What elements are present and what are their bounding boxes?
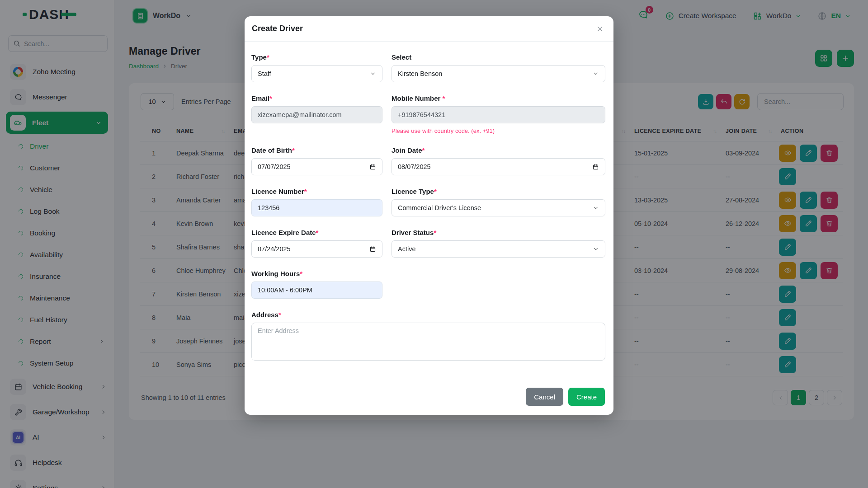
- field-error-text: Please use with country code. (ex. +91): [392, 127, 605, 134]
- email-field: Email*xizexamepa@mailinator.com: [251, 94, 382, 134]
- join-date-label: Join Date*: [392, 146, 605, 154]
- field-label-text: Licence Type: [392, 188, 434, 195]
- required-asterisk: *: [434, 188, 437, 195]
- chev-down-icon: [593, 70, 599, 77]
- close-button[interactable]: [595, 24, 605, 34]
- chev-down-icon: [370, 70, 376, 77]
- driver-select-select[interactable]: Kirsten Benson: [392, 65, 605, 82]
- input-value: 10:00AM - 6:00PM: [258, 286, 312, 294]
- chev-down-icon: [593, 246, 599, 252]
- select-value: Active: [398, 245, 416, 253]
- required-asterisk: *: [316, 229, 319, 236]
- field-label-text: Licence Number: [251, 188, 304, 195]
- driver-status-select[interactable]: Active: [392, 240, 605, 258]
- working-hours-label: Working Hours*: [251, 270, 382, 277]
- working-hours-input[interactable]: 10:00AM - 6:00PM: [251, 282, 382, 299]
- field-label-text: Working Hours: [251, 270, 300, 277]
- address-textarea[interactable]: Enter Address: [251, 323, 605, 361]
- address-label: Address*: [251, 311, 605, 319]
- required-asterisk: *: [300, 270, 302, 277]
- modal-footer: Cancel Create: [245, 388, 613, 415]
- field-label-text: Type: [251, 53, 267, 61]
- required-asterisk: *: [267, 53, 269, 61]
- join-date-input[interactable]: 08/07/2025: [392, 158, 605, 175]
- licence-number-label: Licence Number*: [251, 188, 382, 195]
- driver-status-field: Driver Status*Active: [392, 229, 605, 258]
- working-hours-field: Working Hours*10:00AM - 6:00PM: [251, 270, 382, 299]
- mobile-number-input: +919876544321: [392, 106, 605, 123]
- create-driver-modal: Create Driver Type*StaffSelectKirsten Be…: [245, 16, 613, 415]
- email-label: Email*: [251, 94, 382, 102]
- create-button[interactable]: Create: [568, 388, 605, 406]
- field-label-text: Join Date: [392, 146, 422, 154]
- required-asterisk: *: [292, 146, 295, 154]
- field-label-text: Driver Status: [392, 229, 434, 236]
- address-field: Address*Enter Address: [251, 311, 605, 361]
- driver-select-label: Select: [392, 53, 605, 61]
- cal-icon: [369, 164, 376, 170]
- modal-body: Type*StaffSelectKirsten BensonEmail*xize…: [245, 42, 613, 373]
- date-of-birth-label: Date of Birth*: [251, 146, 382, 154]
- input-value: +919876544321: [398, 111, 445, 118]
- licence-type-label: Licence Type*: [392, 188, 605, 195]
- required-asterisk: *: [434, 229, 436, 236]
- required-asterisk: *: [304, 188, 307, 195]
- textarea-placeholder: Enter Address: [258, 327, 299, 334]
- type-field: Type*Staff: [251, 53, 382, 82]
- field-label-text: Email: [251, 94, 269, 102]
- licence-number-field: Licence Number*123456: [251, 188, 382, 216]
- select-value: Kirsten Benson: [398, 70, 442, 77]
- join-date-field: Join Date*08/07/2025: [392, 146, 605, 175]
- modal-header: Create Driver: [245, 16, 613, 42]
- licence-expire-date-label: Licence Expire Date*: [251, 229, 382, 236]
- field-label-text: Address: [251, 311, 278, 319]
- cal-icon: [592, 164, 599, 170]
- date-of-birth-input[interactable]: 07/07/2025: [251, 158, 382, 175]
- date-of-birth-field: Date of Birth*07/07/2025: [251, 146, 382, 175]
- input-value: 07/07/2025: [258, 163, 291, 170]
- field-label-text: Select: [392, 53, 411, 61]
- cancel-button[interactable]: Cancel: [526, 388, 563, 406]
- driver-status-label: Driver Status*: [392, 229, 605, 236]
- mobile-number-field: Mobile Number *+919876544321Please use w…: [392, 94, 605, 134]
- licence-expire-date-input[interactable]: 07/24/2025: [251, 240, 382, 258]
- email-input: xizexamepa@mailinator.com: [251, 106, 382, 123]
- licence-expire-date-field: Licence Expire Date*07/24/2025: [251, 229, 382, 258]
- driver-select-field: SelectKirsten Benson: [392, 53, 605, 82]
- input-value: 123456: [258, 204, 279, 211]
- field-label-text: Mobile Number: [392, 94, 443, 102]
- input-value: 07/24/2025: [258, 245, 291, 253]
- chev-down-icon: [593, 205, 599, 211]
- licence-number-input[interactable]: 123456: [251, 199, 382, 216]
- close-icon: [596, 25, 604, 33]
- modal-title: Create Driver: [252, 24, 303, 33]
- licence-type-field: Licence Type*Commercial Driver's License: [392, 188, 605, 216]
- required-asterisk: *: [443, 94, 445, 102]
- select-value: Commercial Driver's License: [398, 204, 481, 211]
- cal-icon: [369, 246, 376, 253]
- field-label-text: Licence Expire Date: [251, 229, 316, 236]
- mobile-number-label: Mobile Number *: [392, 94, 605, 102]
- required-asterisk: *: [422, 146, 425, 154]
- required-asterisk: *: [269, 94, 272, 102]
- select-value: Staff: [258, 70, 271, 77]
- type-label: Type*: [251, 53, 382, 61]
- required-asterisk: *: [278, 311, 281, 319]
- field-label-text: Date of Birth: [251, 146, 292, 154]
- input-value: xizexamepa@mailinator.com: [258, 111, 342, 118]
- input-value: 08/07/2025: [398, 163, 431, 170]
- type-select[interactable]: Staff: [251, 65, 382, 82]
- licence-type-select[interactable]: Commercial Driver's License: [392, 199, 605, 216]
